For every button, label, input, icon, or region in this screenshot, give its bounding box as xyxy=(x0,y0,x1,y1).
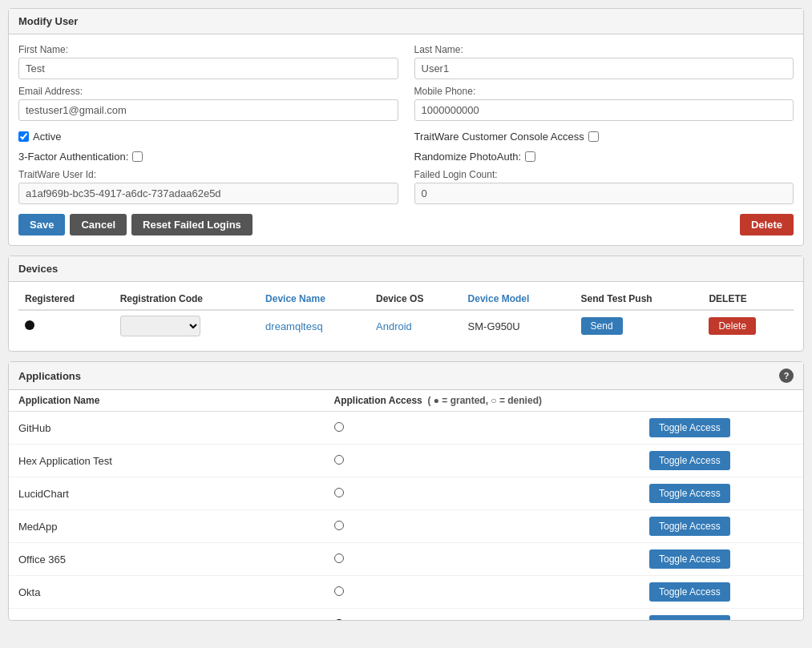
tw-console-label: TraitWare Customer Console Access xyxy=(414,131,584,143)
access-legend: ( ● = granted, ○ = denied) xyxy=(427,395,542,406)
delete-button[interactable]: Delete xyxy=(740,214,794,235)
col-delete: DELETE xyxy=(702,288,794,310)
first-name-input[interactable] xyxy=(18,58,398,79)
form-button-row: Save Cancel Reset Failed Logins Delete xyxy=(18,214,794,235)
email-label: Email Address: xyxy=(18,86,398,97)
last-name-label: Last Name: xyxy=(414,44,794,55)
randomize-label: Randomize PhotoAuth: xyxy=(414,151,522,163)
reg-code-cell[interactable] xyxy=(114,310,259,341)
save-button[interactable]: Save xyxy=(18,214,65,235)
reset-failed-logins-button[interactable]: Reset Failed Logins xyxy=(131,214,252,235)
toggle-office365-button[interactable]: Toggle Access xyxy=(649,549,730,569)
failed-login-label: Failed Login Count: xyxy=(414,169,794,180)
devices-card: Devices Registered Registration Code Dev… xyxy=(8,256,804,352)
registered-cell xyxy=(18,310,114,341)
applications-title: Applications xyxy=(18,370,81,382)
delete-device-cell: Delete xyxy=(702,310,794,341)
app-name-hex: Hex Application Test xyxy=(18,455,334,467)
device-name-link[interactable]: dreamqltesq xyxy=(265,320,323,332)
app-toggle-lucidchart[interactable]: Toggle Access xyxy=(649,484,794,503)
tw-console-checkbox[interactable] xyxy=(588,131,599,142)
send-push-cell: Send xyxy=(575,310,703,341)
email-input[interactable] xyxy=(18,99,398,121)
modify-user-title: Modify User xyxy=(9,9,803,34)
toggle-github-button[interactable]: Toggle Access xyxy=(649,418,730,437)
applications-card: Applications ? Application Name Applicat… xyxy=(8,361,804,621)
app-row-office365: Office 365 Toggle Access xyxy=(9,543,803,576)
toggle-okta-button[interactable]: Toggle Access xyxy=(649,582,730,602)
toggle-lucidchart-button[interactable]: Toggle Access xyxy=(649,484,730,503)
app-name-lucidchart: LucidChart xyxy=(18,488,334,500)
device-os-link[interactable]: Android xyxy=(376,320,412,332)
help-icon[interactable]: ? xyxy=(779,368,794,383)
delete-device-button[interactable]: Delete xyxy=(709,317,756,335)
tw-user-id-input[interactable] xyxy=(18,183,398,204)
modify-user-card: Modify User First Name: Last Name: Email… xyxy=(8,8,804,246)
col-reg-code: Registration Code xyxy=(114,288,259,310)
col-registered: Registered xyxy=(18,288,114,310)
app-toggle-office365[interactable]: Toggle Access xyxy=(649,549,794,569)
col-device-model: Device Model xyxy=(462,288,575,310)
app-row-github: GitHub Toggle Access xyxy=(9,412,803,445)
device-name-cell: dreamqltesq xyxy=(259,310,370,341)
app-toggle-hex[interactable]: Toggle Access xyxy=(649,451,794,470)
app-row-hex: Hex Application Test Toggle Access xyxy=(9,445,803,477)
app-toggle-ringcentral[interactable]: Toggle Access xyxy=(649,615,794,620)
first-name-group: First Name: xyxy=(18,44,398,79)
toggle-medapp-button[interactable]: Toggle Access xyxy=(649,517,730,536)
failed-login-group: Failed Login Count: xyxy=(414,169,794,204)
three-factor-group: 3-Factor Authentication: xyxy=(18,151,398,163)
tw-user-id-label: TraitWare User Id: xyxy=(18,169,398,180)
app-toggle-github[interactable]: Toggle Access xyxy=(649,418,794,437)
app-access-okta xyxy=(334,586,650,598)
tw-console-group: TraitWare Customer Console Access xyxy=(414,131,794,143)
randomize-checkbox[interactable] xyxy=(525,151,535,162)
app-row-lucidchart: LucidChart Toggle Access xyxy=(9,477,803,510)
col-send-test: Send Test Push xyxy=(575,288,703,310)
app-access-office365 xyxy=(334,553,650,565)
mobile-group: Mobile Phone: xyxy=(414,86,794,121)
toggle-ringcentral-button[interactable]: Toggle Access xyxy=(649,615,730,620)
tw-user-id-group: TraitWare User Id: xyxy=(18,169,398,204)
app-access-hex xyxy=(334,455,650,467)
app-row-medapp: MedApp Toggle Access xyxy=(9,510,803,543)
send-push-button[interactable]: Send xyxy=(581,317,623,335)
applications-header: Applications ? xyxy=(9,362,803,390)
app-row-okta: Okta Toggle Access xyxy=(9,576,803,609)
app-toggle-okta[interactable]: Toggle Access xyxy=(649,582,794,602)
randomize-group: Randomize PhotoAuth: xyxy=(414,151,794,163)
app-name-office365: Office 365 xyxy=(18,553,334,565)
app-access-github xyxy=(334,422,650,434)
active-label: Active xyxy=(33,131,61,143)
mobile-label: Mobile Phone: xyxy=(414,86,794,97)
col-device-os: Device OS xyxy=(370,288,462,310)
devices-title: Devices xyxy=(9,256,803,282)
app-name-ringcentral: RingCentral xyxy=(18,619,334,621)
first-name-label: First Name: xyxy=(18,44,398,55)
app-table-header: Application Name Application Access ( ● … xyxy=(9,390,803,412)
app-name-github: GitHub xyxy=(18,422,334,434)
email-group: Email Address: xyxy=(18,86,398,121)
last-name-input[interactable] xyxy=(414,58,794,79)
three-factor-checkbox[interactable] xyxy=(132,151,143,162)
apps-scroll-container[interactable]: GitHub Toggle Access Hex Application Tes… xyxy=(9,412,803,620)
app-name-medapp: MedApp xyxy=(18,521,334,533)
device-os-cell: Android xyxy=(370,310,462,341)
toggle-hex-button[interactable]: Toggle Access xyxy=(649,451,730,470)
col-app-access: Application Access ( ● = granted, ○ = de… xyxy=(334,395,650,406)
cancel-button[interactable]: Cancel xyxy=(70,214,127,235)
last-name-group: Last Name: xyxy=(414,44,794,79)
registered-dot xyxy=(25,320,34,330)
mobile-input[interactable] xyxy=(414,99,794,121)
app-access-lucidchart xyxy=(334,488,650,500)
col-app-name: Application Name xyxy=(18,395,334,406)
active-checkbox[interactable] xyxy=(18,131,29,142)
reg-code-select[interactable] xyxy=(120,316,200,336)
table-row: dreamqltesq Android SM-G950U Send Delete xyxy=(18,310,794,341)
three-factor-label: 3-Factor Authentication: xyxy=(18,151,128,163)
app-toggle-medapp[interactable]: Toggle Access xyxy=(649,517,794,536)
app-name-okta: Okta xyxy=(18,586,334,598)
active-check-group: Active xyxy=(18,131,398,143)
devices-table: Registered Registration Code Device Name… xyxy=(18,288,794,341)
failed-login-input[interactable] xyxy=(414,183,794,204)
